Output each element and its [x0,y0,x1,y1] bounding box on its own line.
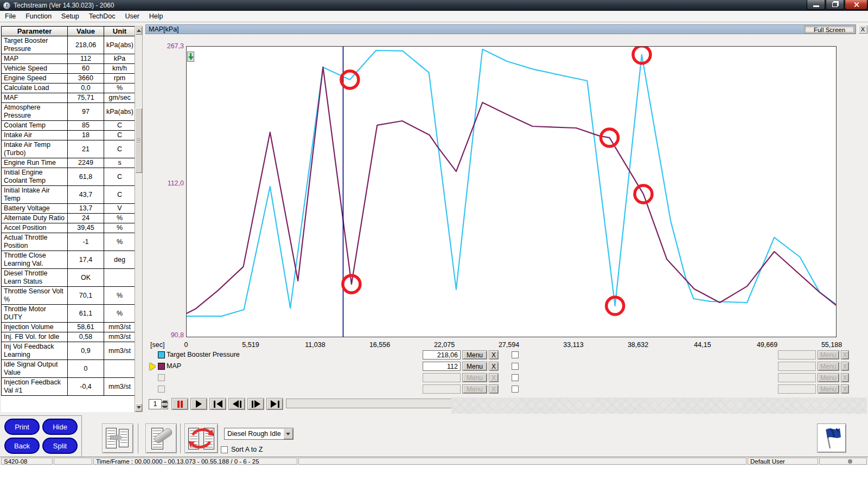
chart-plot-area[interactable] [186,46,837,337]
legend-close-button[interactable]: X [489,362,499,371]
table-row[interactable]: Throttle Close Learning Val.17,4deg [2,251,135,269]
restore-button[interactable] [826,0,844,10]
legend-value-box[interactable]: 218,06 [423,350,461,359]
unit-cell: gm/sec [104,93,135,103]
y-axis-cursor-label: 112,0 [159,179,184,187]
back-button[interactable]: Back [4,438,40,454]
swap-list-button[interactable] [184,423,218,453]
spin-down-button[interactable] [162,404,168,410]
menu-item-file[interactable]: File [0,11,21,21]
close-button[interactable] [845,0,867,10]
menu-item-setup[interactable]: Setup [56,11,84,21]
frame-number-input[interactable]: 1 [149,399,162,409]
copy-list-button[interactable] [102,423,133,453]
sort-checkbox[interactable] [221,446,228,453]
frame-spinner[interactable] [162,399,168,409]
full-screen-button[interactable]: Full Screen [804,25,855,34]
x-axis-tick: 0 [184,341,188,349]
skip-to-start-button[interactable] [209,398,226,410]
table-row[interactable]: Inj. FB Vol. for Idle0,58mm3/st [2,332,135,342]
legend-value-box[interactable]: 112 [423,362,461,371]
chart-close-button[interactable]: X [858,25,867,34]
table-row[interactable]: Diesel Throttle Learn StatusOK [2,269,135,287]
table-row[interactable]: Coolant Temp85C [2,121,135,131]
table-row[interactable]: Engine Speed3660rpm [2,74,135,84]
window-title: Techstream (Ver 14.30.023) - 2060 [14,2,114,9]
minimize-button[interactable] [807,0,825,10]
menu-item-help[interactable]: Help [144,11,168,21]
record-list-button[interactable] [145,423,177,453]
table-row[interactable]: Accel Position39,45% [2,223,135,233]
table-row[interactable]: Throttle Motor DUTY61,1% [2,305,135,323]
split-button[interactable]: Split [42,438,78,454]
legend-checkbox[interactable] [512,363,519,370]
restore-icon [832,2,838,7]
legend-color-swatch [158,386,165,393]
dropdown-arrow-button[interactable] [283,428,293,439]
table-row[interactable]: Actual Throttle Position-1% [2,233,135,251]
table-row[interactable]: Target Booster Pressure218,06kPa(abs) [2,36,135,54]
y-axis-min-label: 90,8 [159,331,184,339]
table-row[interactable]: Intake Air18C [2,131,135,140]
legend-color-swatch [158,351,165,358]
unit-cell: % [104,287,135,305]
menu-item-techdoc[interactable]: TechDoc [84,11,120,21]
table-row[interactable]: Intake Air Temp (Turbo)21C [2,140,135,158]
status-user: Default User [748,458,818,465]
y-axis-max-label: 267,3 [159,42,184,50]
table-row[interactable]: Throttle Sensor Volt %70,1% [2,287,135,305]
scroll-down-button[interactable] [135,403,142,412]
param-cell: Coolant Temp [2,121,68,131]
legend-checkbox[interactable] [512,386,519,393]
skip-to-end-button[interactable] [266,398,283,410]
spin-up-button[interactable] [162,399,168,404]
param-cell: Intake Air Temp (Turbo) [2,140,68,158]
param-cell: Throttle Motor DUTY [2,305,68,323]
table-row[interactable]: Vehicle Speed60km/h [2,64,135,74]
legend-menu-button[interactable]: Menu [462,362,487,371]
column-header-parameter[interactable]: Parameter [2,27,68,36]
table-row[interactable]: MAP112kPa [2,54,135,64]
column-header-value[interactable]: Value [68,27,104,36]
step-back-button[interactable] [228,398,245,410]
legend-checkbox[interactable] [512,374,519,381]
chart-title-bar: MAP[kPa] [145,24,856,34]
param-cell: Initial Intake Air Temp [2,186,68,204]
legend-close-button[interactable]: X [489,350,499,359]
table-row[interactable]: Engine Run Time2249s [2,158,135,168]
timeline-scrollbar[interactable] [286,399,464,408]
x-axis-tick: 16,556 [369,341,390,349]
menu-item-user[interactable]: User [120,11,144,21]
arrow-up-icon [162,401,168,403]
table-row[interactable]: Calculate Load0,0% [2,84,135,93]
table-row[interactable]: Atmosphere Pressure97kPa(abs) [2,103,135,121]
legend-checkbox[interactable] [512,351,519,358]
value-cell: 13,7 [68,204,104,214]
menu-item-function[interactable]: Function [21,11,56,21]
hide-button[interactable]: Hide [42,419,78,435]
value-cell: OK [68,269,104,287]
param-cell: Target Booster Pressure [2,36,68,54]
chart-canvas[interactable] [187,47,836,337]
legend-row: MenuXMenuX [0,373,868,383]
table-row[interactable]: Initial Engine Coolant Temp61,8C [2,168,135,186]
scroll-up-button[interactable] [135,27,142,35]
scrollbar-thumb[interactable] [135,108,142,173]
flag-button[interactable] [817,423,846,453]
print-button[interactable]: Print [4,419,40,435]
table-row[interactable]: MAF75,71gm/sec [2,93,135,103]
unit-cell: s [104,158,135,168]
value-cell: 18 [68,131,104,140]
legend-menu-button[interactable]: Menu [462,350,487,359]
play-button[interactable] [190,398,207,410]
pause-button[interactable] [171,398,188,410]
trigger-select-dropdown[interactable]: Diesel Rough Idle [224,428,293,440]
table-row[interactable]: Alternate Duty Ratio24% [2,214,135,223]
pause-icon [177,401,180,408]
table-row[interactable]: Initial Intake Air Temp43,7C [2,186,135,204]
step-forward-button[interactable] [247,398,264,410]
legend-value-box [778,362,816,371]
table-row[interactable]: Injection Volume58,61mm3/st [2,323,135,332]
column-header-unit[interactable]: Unit [104,27,135,36]
table-row[interactable]: Battery Voltage13,7V [2,204,135,214]
